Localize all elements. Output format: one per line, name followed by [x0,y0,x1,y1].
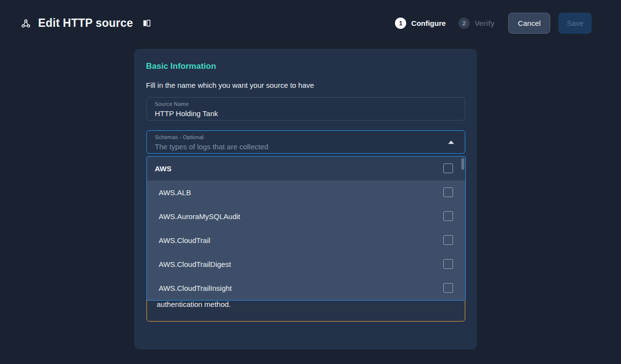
schemas-input[interactable] [155,142,445,151]
checkbox-icon[interactable] [443,235,453,245]
stepper: 1 Configure 2 Verify [395,18,495,29]
topbar-left: Edit HTTP source [21,17,151,30]
checkbox-icon[interactable] [443,259,453,269]
step-configure: 1 Configure [395,18,446,29]
app-root: Edit HTTP source 1 Configure 2 Verify C [0,0,621,364]
source-name-field[interactable]: Source Name [146,97,465,121]
dropdown-option[interactable]: AWS.ALB [147,181,465,204]
checkbox-icon[interactable] [443,187,453,197]
section-subtitle: Fill in the name which you want your sou… [146,81,314,89]
schemas-label: Schemas - Optional [155,134,204,140]
dropdown-option-label: AWS.AuroraMySQLAudit [147,212,240,221]
warning-text: authentication method. [157,300,231,308]
schemas-field[interactable]: Schemas - Optional [146,130,465,154]
checkbox-icon[interactable] [443,211,453,221]
topbar: Edit HTTP source 1 Configure 2 Verify C [0,0,621,46]
dropdown-option-label: AWS.CloudTrail [147,236,210,244]
save-button[interactable]: Save [559,13,592,34]
webhook-icon [21,18,31,29]
basic-information-panel: Basic Information Fill in the name which… [134,49,477,349]
dropdown-option-label: AWS.ALB [147,188,191,197]
page-title: Edit HTTP source [38,17,133,30]
checkbox-icon[interactable] [443,163,453,173]
step-number-badge: 2 [458,18,470,29]
step-number-badge: 1 [395,18,406,29]
dropdown-option-label: AWS.CloudTrailInsight [147,284,232,292]
dropdown-option[interactable]: AWS.CloudTrailDigest [147,252,465,276]
dropdown-option[interactable]: AWS.AuroraMySQLAudit [147,204,465,228]
dropdown-option-label: AWS [147,164,171,173]
dropdown-option-label: AWS.CloudTrailDigest [147,260,231,268]
caret-up-icon[interactable] [448,141,454,144]
dropdown-option[interactable]: AWS.CloudTrail [147,228,465,252]
source-name-input[interactable] [155,108,445,118]
checkbox-icon[interactable] [443,283,453,293]
cancel-button[interactable]: Cancel [508,13,550,34]
dropdown-option[interactable]: AWS.CloudTrailInsight [147,276,465,300]
step-label: Verify [475,19,495,27]
source-name-label: Source Name [155,101,188,107]
section-title: Basic Information [146,61,216,71]
dropdown-option[interactable]: AWS [147,157,465,181]
docs-book-icon[interactable] [143,19,151,27]
step-verify: 2 Verify [458,18,495,29]
step-label: Configure [411,19,446,27]
schemas-dropdown-list: AWS AWS.ALB AWS.AuroraMySQLAudit [146,156,466,301]
scrollbar-thumb[interactable] [461,158,464,170]
topbar-right: 1 Configure 2 Verify Cancel Save [395,13,592,34]
